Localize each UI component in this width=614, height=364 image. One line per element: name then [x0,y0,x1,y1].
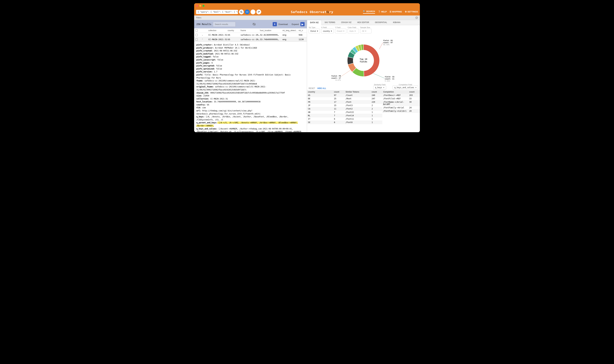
svg-text:field: US: field: US [383,39,393,42]
svg-point-2 [327,11,328,13]
sample-size-select[interactable]: All ▾ [360,29,371,33]
table-row[interactable]: US97 [307,94,345,97]
x-field-select[interactable]: country ▾ [321,29,334,33]
svg-point-0 [241,11,242,13]
table-row[interactable]: /FontFamily->Arial24 [382,106,420,109]
visibility-off-icon[interactable] [252,23,256,26]
table-row[interactable]: /Root247 [345,97,382,100]
column-header[interactable]: country [228,29,241,32]
reset-button[interactable]: RESET [309,87,315,90]
svg-text:Top 10: Top 10 [360,58,367,60]
svg-line-3 [328,13,329,13]
tab-data viz[interactable]: DATA VIZ [307,20,322,25]
refresh-button[interactable] [256,10,261,14]
svg-text:5.61%: 5.61% [385,80,390,82]
search-results-input[interactable] [213,22,235,27]
viz-panel: DATA VIZSIG TERMSCRASH VIZHEX EDITORGEOS… [307,20,420,132]
tab-hex editor[interactable]: HEX EDITOR [354,20,372,25]
column-header[interactable]: fname [241,29,260,32]
table-row[interactable]: /Count249 [345,94,382,97]
expand-button[interactable]: ▶ [300,22,305,26]
expand-row-icon[interactable]: ⌄ [202,34,208,36]
column-header[interactable]: mt_lang_detect… [283,29,299,32]
minimize-window-icon[interactable] [199,5,201,7]
tab-crash viz[interactable]: CRASH VIZ [338,20,354,25]
completion-field-select[interactable]: q_keys_and_values ▾ [393,86,418,90]
table-row[interactable]: NL7 [307,114,345,117]
column-header[interactable]: mt_n [299,29,308,32]
filters-bar: Filters + [194,15,420,20]
row-details: pinfo_creator: Acrobat Distiller 4.5 (Wi… [194,42,307,132]
window-titlebar [194,3,420,8]
table-row[interactable]: CA11 [307,107,345,111]
maximize-window-icon[interactable] [203,5,204,7]
table-row[interactable]: ⌃ CC-MAIN-2021-31USsafedocs-cc-20…33.748… [194,37,307,42]
tab-geospatial[interactable]: GEOSPATIAL [372,20,390,25]
app-title: Safedocs Observatry [261,10,363,14]
search-button[interactable] [239,10,244,14]
select-all-checkbox[interactable] [196,29,198,32]
filters-label: Filters [196,17,201,19]
table-row[interactable]: /Font141 [345,114,382,117]
column-header[interactable]: collection [208,29,228,32]
svg-line-7 [379,43,383,49]
table-row[interactable]: SE6 [307,121,345,124]
nav-mapping[interactable]: ☰ MAPPING [390,10,402,14]
tab-kibana[interactable]: KIBANA [390,20,404,25]
svg-text:count: 11: count: 11 [385,78,394,80]
column-header[interactable]: host_location [260,29,283,32]
table-row[interactable]: /FontName->/Arial-BoldMT30 [382,100,420,106]
table-row[interactable]: /Font229 [345,100,382,104]
nav-help[interactable]: ❔ HELP [378,10,387,14]
hide-all-button[interactable]: HIDE ALL [317,87,326,90]
dropdown-button[interactable]: ▾ [250,10,255,14]
add-filter-button[interactable]: + [415,16,418,19]
row-checkbox[interactable] [196,34,198,36]
table-row[interactable]: GB7 [307,111,345,114]
table-row[interactable]: /Font111 [345,117,382,121]
app-window: { "query": { "bool": { "must": { "query_… [194,3,420,132]
table-row[interactable]: ⌄ CC-MAIN-2021-31USsafedocs-cc-20…32.813… [194,33,307,37]
nav-settings[interactable]: ⚙ SETTINGS [405,10,418,14]
data-tables: countrycountUS97DE25FR17JP15CA11GB7NL7IT… [307,90,420,132]
viz-type-select[interactable]: Donut ▾ [309,29,320,33]
download-button-icon[interactable]: ⬇ [273,22,277,26]
table-row[interactable]: /FontDescr->REF203 [382,94,420,97]
table-row[interactable]: /FontFile3->REF33 [382,97,420,100]
similar-tokens-table: Similar Tokenscount/Count249/Root247/Fon… [345,90,382,132]
top-toolbar: { "query": { "bool": { "must": { "query_… [194,8,420,15]
svg-text:count: 17: count: 17 [331,77,341,79]
table-controls: RESET HIDE ALL Similarity Fieldq_keys ▾ … [307,83,420,90]
row-checkbox[interactable] [196,38,198,41]
results-count: 250 Results [196,23,211,26]
tab-sig terms[interactable]: SIG TERMS [322,20,338,25]
table-row[interactable]: /Font32 [345,104,382,107]
table-row[interactable]: JP15 [307,104,345,107]
nav-search[interactable]: 🔍 SEARCH [363,10,375,14]
table-row[interactable]: FR17 [307,100,345,104]
main-nav: 🔍 SEARCH ❔ HELP ☰ MAPPING ⚙ SETTINGS [363,10,418,14]
svg-text:field: FR: field: FR [331,75,341,77]
svg-line-11 [373,73,384,78]
query-input[interactable]: { "query": { "bool": { "must": { "query_… [196,10,238,14]
completion-table: Completioncount/FontDescr->REF203/FontFi… [382,90,420,132]
table-row[interactable]: IT6 [307,117,345,121]
svg-text:fields: fields [360,60,367,63]
color-field-select[interactable]: Auto ▾ [348,29,359,33]
expand-label: Expand [292,23,299,26]
table-row[interactable]: /Font221 [345,111,382,114]
table-row[interactable]: /FontFamily->Calibri20 [382,109,420,113]
viz-controls: Viz TypeDonut ▾ X Fieldcountry ▾ Y Field… [307,25,420,35]
svg-text:49.49%: 49.49% [383,44,390,46]
table-row[interactable]: /Font22 [345,107,382,111]
results-grid: collectioncountryfnamehost_locationmt_la… [194,28,307,33]
code-button[interactable] [245,10,250,14]
results-panel: 250 Results ⬇ Download Expand ▶ collecti… [194,20,307,132]
close-window-icon[interactable] [196,5,198,7]
expand-row-icon[interactable]: ⌃ [202,38,208,40]
table-row[interactable]: /Font61 [345,121,382,124]
y-field-select[interactable]: Count ▾ [335,29,346,33]
table-row[interactable]: DE25 [307,97,345,100]
donut-chart: Top 10 fields field: US count: 97 49.49%… [307,35,420,83]
similarity-field-select[interactable]: q_keys ▾ [373,86,386,90]
